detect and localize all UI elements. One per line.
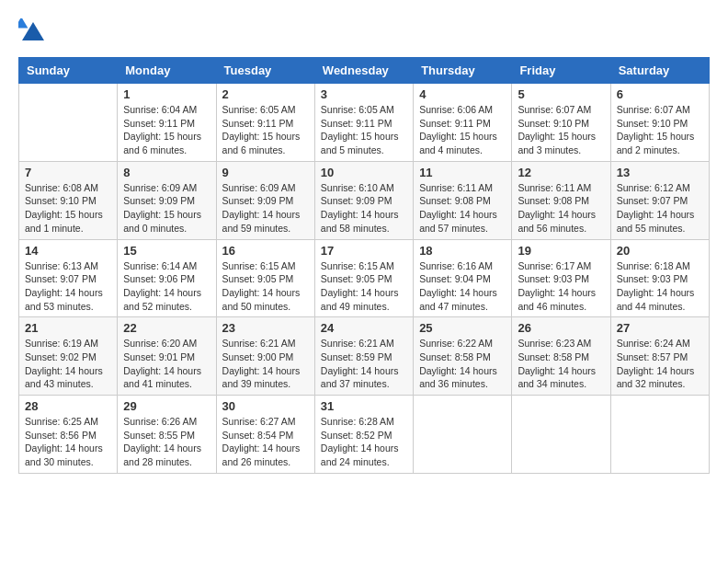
- day-info: Sunrise: 6:24 AMSunset: 8:57 PMDaylight:…: [617, 337, 703, 391]
- day-number: 18: [419, 244, 506, 258]
- day-number: 14: [25, 244, 111, 258]
- calendar-cell: 8Sunrise: 6:09 AMSunset: 9:09 PMDaylight…: [118, 161, 216, 239]
- calendar-cell: [610, 396, 709, 474]
- calendar-cell: 22Sunrise: 6:20 AMSunset: 9:01 PMDayligh…: [118, 317, 216, 396]
- day-info: Sunrise: 6:26 AMSunset: 8:55 PMDaylight:…: [123, 415, 210, 469]
- calendar-cell: 10Sunrise: 6:10 AMSunset: 9:09 PMDayligh…: [314, 161, 413, 239]
- calendar-table: SundayMondayTuesdayWednesdayThursdayFrid…: [18, 57, 710, 474]
- calendar-cell: 6Sunrise: 6:07 AMSunset: 9:10 PMDaylight…: [610, 84, 709, 162]
- calendar-cell: 2Sunrise: 6:05 AMSunset: 9:11 PMDaylight…: [216, 84, 314, 162]
- calendar-cell: 5Sunrise: 6:07 AMSunset: 9:10 PMDaylight…: [512, 84, 610, 162]
- day-number: 23: [222, 321, 309, 335]
- day-number: 22: [123, 321, 210, 335]
- calendar-cell: 25Sunrise: 6:22 AMSunset: 8:58 PMDayligh…: [414, 317, 512, 396]
- day-number: 1: [123, 87, 210, 101]
- calendar-cell: [414, 396, 512, 474]
- calendar-week-4: 21Sunrise: 6:19 AMSunset: 9:02 PMDayligh…: [19, 317, 710, 396]
- day-number: 15: [123, 244, 210, 258]
- day-number: 26: [518, 321, 604, 335]
- weekday-header-thursday: Thursday: [414, 58, 512, 84]
- weekday-header-monday: Monday: [118, 58, 216, 84]
- calendar-cell: 20Sunrise: 6:18 AMSunset: 9:03 PMDayligh…: [610, 239, 709, 317]
- weekday-header-wednesday: Wednesday: [314, 58, 413, 84]
- day-number: 10: [321, 166, 407, 179]
- calendar-week-3: 14Sunrise: 6:13 AMSunset: 9:07 PMDayligh…: [19, 239, 710, 317]
- day-info: Sunrise: 6:07 AMSunset: 9:10 PMDaylight:…: [518, 103, 604, 157]
- day-info: Sunrise: 6:18 AMSunset: 9:03 PMDaylight:…: [617, 259, 703, 314]
- day-number: 31: [321, 399, 407, 413]
- day-number: 2: [222, 87, 309, 101]
- day-number: 16: [222, 244, 309, 258]
- day-number: 13: [617, 166, 703, 179]
- calendar-cell: 31Sunrise: 6:28 AMSunset: 8:52 PMDayligh…: [314, 396, 413, 474]
- calendar-cell: 4Sunrise: 6:06 AMSunset: 9:11 PMDaylight…: [414, 84, 512, 162]
- calendar-cell: 18Sunrise: 6:16 AMSunset: 9:04 PMDayligh…: [414, 239, 512, 317]
- calendar-cell: 28Sunrise: 6:25 AMSunset: 8:56 PMDayligh…: [19, 396, 118, 474]
- day-number: 4: [419, 87, 506, 101]
- day-info: Sunrise: 6:25 AMSunset: 8:56 PMDaylight:…: [25, 415, 111, 469]
- page-header: [18, 18, 710, 48]
- day-info: Sunrise: 6:06 AMSunset: 9:11 PMDaylight:…: [419, 103, 506, 157]
- day-info: Sunrise: 6:07 AMSunset: 9:10 PMDaylight:…: [617, 103, 703, 157]
- day-info: Sunrise: 6:20 AMSunset: 9:01 PMDaylight:…: [123, 337, 210, 391]
- day-number: 3: [321, 87, 407, 101]
- day-info: Sunrise: 6:17 AMSunset: 9:03 PMDaylight:…: [518, 259, 604, 314]
- day-info: Sunrise: 6:12 AMSunset: 9:07 PMDaylight:…: [617, 181, 703, 236]
- calendar-cell: 23Sunrise: 6:21 AMSunset: 9:00 PMDayligh…: [216, 317, 314, 396]
- day-number: 24: [321, 321, 407, 335]
- day-info: Sunrise: 6:19 AMSunset: 9:02 PMDaylight:…: [25, 337, 111, 391]
- day-number: 17: [321, 244, 407, 258]
- day-number: 21: [25, 321, 111, 335]
- day-info: Sunrise: 6:09 AMSunset: 9:09 PMDaylight:…: [222, 181, 309, 236]
- day-number: 9: [222, 166, 309, 179]
- day-info: Sunrise: 6:21 AMSunset: 9:00 PMDaylight:…: [222, 337, 309, 391]
- calendar-cell: [19, 84, 118, 162]
- day-number: 28: [25, 399, 111, 413]
- day-info: Sunrise: 6:11 AMSunset: 9:08 PMDaylight:…: [419, 181, 506, 236]
- day-number: 6: [617, 87, 703, 101]
- day-info: Sunrise: 6:09 AMSunset: 9:09 PMDaylight:…: [123, 181, 210, 236]
- calendar-cell: 24Sunrise: 6:21 AMSunset: 8:59 PMDayligh…: [314, 317, 413, 396]
- svg-marker-1: [18, 18, 28, 28]
- day-info: Sunrise: 6:16 AMSunset: 9:04 PMDaylight:…: [419, 259, 506, 314]
- calendar-cell: [512, 396, 610, 474]
- calendar-cell: 14Sunrise: 6:13 AMSunset: 9:07 PMDayligh…: [19, 239, 118, 317]
- calendar-week-1: 1Sunrise: 6:04 AMSunset: 9:11 PMDaylight…: [19, 84, 710, 162]
- day-info: Sunrise: 6:15 AMSunset: 9:05 PMDaylight:…: [222, 259, 309, 314]
- calendar-cell: 17Sunrise: 6:15 AMSunset: 9:05 PMDayligh…: [314, 239, 413, 317]
- day-info: Sunrise: 6:22 AMSunset: 8:58 PMDaylight:…: [419, 337, 506, 391]
- day-number: 25: [419, 321, 506, 335]
- day-info: Sunrise: 6:15 AMSunset: 9:05 PMDaylight:…: [321, 259, 407, 314]
- day-number: 27: [617, 321, 703, 335]
- day-info: Sunrise: 6:08 AMSunset: 9:10 PMDaylight:…: [25, 181, 111, 236]
- calendar-cell: 27Sunrise: 6:24 AMSunset: 8:57 PMDayligh…: [610, 317, 709, 396]
- calendar-header: SundayMondayTuesdayWednesdayThursdayFrid…: [19, 58, 710, 84]
- day-number: 8: [123, 166, 210, 179]
- day-info: Sunrise: 6:21 AMSunset: 8:59 PMDaylight:…: [321, 337, 407, 391]
- calendar-cell: 9Sunrise: 6:09 AMSunset: 9:09 PMDaylight…: [216, 161, 314, 239]
- day-number: 5: [518, 87, 604, 101]
- day-info: Sunrise: 6:05 AMSunset: 9:11 PMDaylight:…: [222, 103, 309, 157]
- day-number: 19: [518, 244, 604, 258]
- weekday-header-friday: Friday: [512, 58, 610, 84]
- weekday-header-saturday: Saturday: [610, 58, 709, 84]
- day-number: 20: [617, 244, 703, 258]
- day-info: Sunrise: 6:05 AMSunset: 9:11 PMDaylight:…: [321, 103, 407, 157]
- calendar-cell: 30Sunrise: 6:27 AMSunset: 8:54 PMDayligh…: [216, 396, 314, 474]
- calendar-cell: 3Sunrise: 6:05 AMSunset: 9:11 PMDaylight…: [314, 84, 413, 162]
- calendar-cell: 7Sunrise: 6:08 AMSunset: 9:10 PMDaylight…: [19, 161, 118, 239]
- calendar-cell: 19Sunrise: 6:17 AMSunset: 9:03 PMDayligh…: [512, 239, 610, 317]
- day-info: Sunrise: 6:04 AMSunset: 9:11 PMDaylight:…: [123, 103, 210, 157]
- calendar-cell: 15Sunrise: 6:14 AMSunset: 9:06 PMDayligh…: [118, 239, 216, 317]
- day-number: 30: [222, 399, 309, 413]
- day-number: 29: [123, 399, 210, 413]
- day-info: Sunrise: 6:11 AMSunset: 9:08 PMDaylight:…: [518, 181, 604, 236]
- calendar-cell: 29Sunrise: 6:26 AMSunset: 8:55 PMDayligh…: [118, 396, 216, 474]
- day-info: Sunrise: 6:14 AMSunset: 9:06 PMDaylight:…: [123, 259, 210, 314]
- day-info: Sunrise: 6:28 AMSunset: 8:52 PMDaylight:…: [321, 415, 407, 469]
- logo: [18, 18, 51, 48]
- calendar-cell: 11Sunrise: 6:11 AMSunset: 9:08 PMDayligh…: [414, 161, 512, 239]
- calendar-cell: 21Sunrise: 6:19 AMSunset: 9:02 PMDayligh…: [19, 317, 118, 396]
- day-info: Sunrise: 6:13 AMSunset: 9:07 PMDaylight:…: [25, 259, 111, 314]
- day-number: 7: [25, 166, 111, 179]
